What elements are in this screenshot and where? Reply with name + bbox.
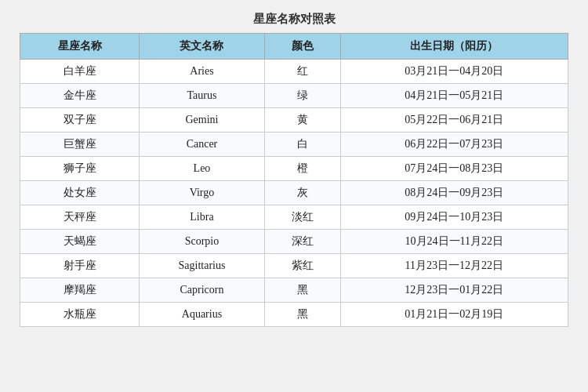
cell-zh: 处女座 (20, 181, 140, 205)
table-row: 双子座Gemini黄05月22日一06月21日 (20, 108, 568, 132)
table-row: 狮子座Leo橙07月24日一08月23日 (20, 157, 568, 181)
cell-en: Cancer (140, 132, 265, 157)
cell-dates: 03月21日一04月20日 (340, 60, 568, 84)
cell-en: Aries (140, 60, 265, 84)
cell-en: Scorpio (140, 230, 265, 254)
cell-zh: 白羊座 (20, 60, 140, 84)
cell-color: 黑 (264, 278, 340, 303)
cell-en: Capricorn (140, 278, 265, 303)
table-row: 射手座Sagittarius紫红11月23日一12月22日 (20, 254, 568, 278)
table-row: 处女座Virgo灰08月24日一09月23日 (20, 181, 568, 205)
table-row: 天秤座Libra淡红09月24日一10月23日 (20, 205, 568, 230)
header-dates: 出生日期（阳历） (340, 34, 568, 60)
cell-en: Gemini (140, 108, 265, 132)
cell-dates: 01月21日一02月19日 (340, 303, 568, 327)
table-row: 白羊座Aries红03月21日一04月20日 (20, 60, 568, 84)
cell-color: 红 (264, 60, 340, 84)
cell-zh: 射手座 (20, 254, 140, 278)
cell-zh: 水瓶座 (20, 303, 140, 327)
cell-zh: 金牛座 (20, 84, 140, 108)
cell-color: 紫红 (264, 254, 340, 278)
cell-zh: 巨蟹座 (20, 132, 140, 157)
page-title: 星座名称对照表 (20, 12, 568, 27)
cell-en: Libra (140, 205, 265, 230)
cell-color: 橙 (264, 157, 340, 181)
cell-color: 绿 (264, 84, 340, 108)
zodiac-table: 星座名称 英文名称 颜色 出生日期（阳历） 白羊座Aries红03月21日一04… (20, 33, 568, 327)
table-row: 天蝎座Scorpio深红10月24日一11月22日 (20, 230, 568, 254)
cell-dates: 11月23日一12月22日 (340, 254, 568, 278)
cell-en: Virgo (140, 181, 265, 205)
cell-color: 黄 (264, 108, 340, 132)
cell-dates: 06月22日一07月23日 (340, 132, 568, 157)
table-header-row: 星座名称 英文名称 颜色 出生日期（阳历） (20, 34, 568, 60)
cell-en: Taurus (140, 84, 265, 108)
header-color: 颜色 (264, 34, 340, 60)
cell-dates: 07月24日一08月23日 (340, 157, 568, 181)
cell-color: 白 (264, 132, 340, 157)
cell-zh: 摩羯座 (20, 278, 140, 303)
header-en: 英文名称 (140, 34, 265, 60)
cell-dates: 12月23日一01月22日 (340, 278, 568, 303)
cell-en: Sagittarius (140, 254, 265, 278)
cell-color: 黑 (264, 303, 340, 327)
cell-color: 灰 (264, 181, 340, 205)
table-row: 摩羯座Capricorn黑12月23日一01月22日 (20, 278, 568, 303)
cell-zh: 天蝎座 (20, 230, 140, 254)
cell-dates: 10月24日一11月22日 (340, 230, 568, 254)
cell-color: 淡红 (264, 205, 340, 230)
table-container: 星座名称对照表 星座名称 英文名称 颜色 出生日期（阳历） 白羊座Aries红0… (20, 12, 568, 327)
cell-color: 深红 (264, 230, 340, 254)
cell-en: Aquarius (140, 303, 265, 327)
table-row: 金牛座Taurus绿04月21日一05月21日 (20, 84, 568, 108)
cell-dates: 09月24日一10月23日 (340, 205, 568, 230)
cell-zh: 天秤座 (20, 205, 140, 230)
header-zh: 星座名称 (20, 34, 140, 60)
cell-en: Leo (140, 157, 265, 181)
cell-dates: 05月22日一06月21日 (340, 108, 568, 132)
cell-dates: 04月21日一05月21日 (340, 84, 568, 108)
cell-zh: 双子座 (20, 108, 140, 132)
table-row: 巨蟹座Cancer白06月22日一07月23日 (20, 132, 568, 157)
cell-zh: 狮子座 (20, 157, 140, 181)
table-row: 水瓶座Aquarius黑01月21日一02月19日 (20, 303, 568, 327)
cell-dates: 08月24日一09月23日 (340, 181, 568, 205)
